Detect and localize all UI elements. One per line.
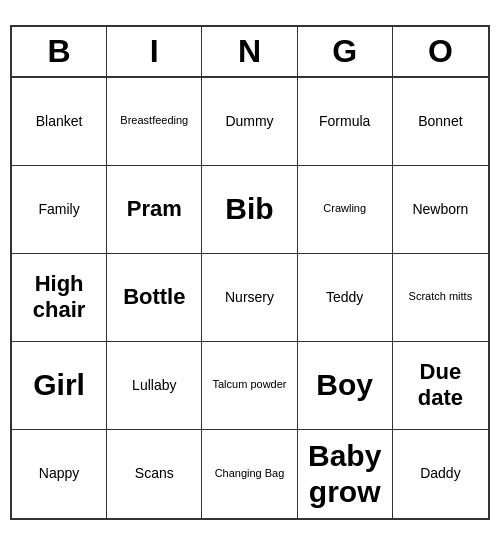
bingo-cell-10: High chair — [12, 254, 107, 342]
cell-text-15: Girl — [33, 367, 85, 403]
cell-text-20: Nappy — [39, 465, 79, 482]
cell-text-23: Baby grow — [302, 438, 388, 510]
cell-text-4: Bonnet — [418, 113, 462, 130]
bingo-grid: BlanketBreastfeedingDummyFormulaBonnetFa… — [12, 78, 488, 518]
cell-text-6: Pram — [127, 196, 182, 222]
cell-text-11: Bottle — [123, 284, 185, 310]
cell-text-0: Blanket — [36, 113, 83, 130]
bingo-cell-15: Girl — [12, 342, 107, 430]
bingo-cell-6: Pram — [107, 166, 202, 254]
cell-text-17: Talcum powder — [213, 378, 287, 391]
bingo-cell-19: Due date — [393, 342, 488, 430]
cell-text-9: Newborn — [412, 201, 468, 218]
header-letter-g: G — [298, 27, 393, 76]
bingo-cell-4: Bonnet — [393, 78, 488, 166]
cell-text-1: Breastfeeding — [120, 114, 188, 127]
bingo-card: BINGO BlanketBreastfeedingDummyFormulaBo… — [10, 25, 490, 520]
cell-text-7: Bib — [225, 191, 273, 227]
bingo-cell-7: Bib — [202, 166, 297, 254]
bingo-cell-13: Teddy — [298, 254, 393, 342]
header-letter-b: B — [12, 27, 107, 76]
cell-text-5: Family — [38, 201, 79, 218]
header-letter-i: I — [107, 27, 202, 76]
header-letter-o: O — [393, 27, 488, 76]
bingo-cell-3: Formula — [298, 78, 393, 166]
bingo-cell-20: Nappy — [12, 430, 107, 518]
bingo-cell-17: Talcum powder — [202, 342, 297, 430]
bingo-header: BINGO — [12, 27, 488, 78]
bingo-cell-22: Changing Bag — [202, 430, 297, 518]
bingo-cell-8: Crawling — [298, 166, 393, 254]
bingo-cell-5: Family — [12, 166, 107, 254]
bingo-cell-2: Dummy — [202, 78, 297, 166]
bingo-cell-1: Breastfeeding — [107, 78, 202, 166]
bingo-cell-23: Baby grow — [298, 430, 393, 518]
cell-text-14: Scratch mitts — [409, 290, 473, 303]
cell-text-8: Crawling — [323, 202, 366, 215]
header-letter-n: N — [202, 27, 297, 76]
bingo-cell-21: Scans — [107, 430, 202, 518]
cell-text-10: High chair — [16, 271, 102, 324]
cell-text-21: Scans — [135, 465, 174, 482]
cell-text-12: Nursery — [225, 289, 274, 306]
cell-text-13: Teddy — [326, 289, 363, 306]
cell-text-19: Due date — [397, 359, 484, 412]
bingo-cell-18: Boy — [298, 342, 393, 430]
bingo-cell-9: Newborn — [393, 166, 488, 254]
bingo-cell-11: Bottle — [107, 254, 202, 342]
bingo-cell-24: Daddy — [393, 430, 488, 518]
cell-text-22: Changing Bag — [215, 467, 285, 480]
cell-text-16: Lullaby — [132, 377, 176, 394]
cell-text-24: Daddy — [420, 465, 460, 482]
cell-text-2: Dummy — [225, 113, 273, 130]
bingo-cell-12: Nursery — [202, 254, 297, 342]
bingo-cell-16: Lullaby — [107, 342, 202, 430]
cell-text-3: Formula — [319, 113, 370, 130]
bingo-cell-0: Blanket — [12, 78, 107, 166]
bingo-cell-14: Scratch mitts — [393, 254, 488, 342]
cell-text-18: Boy — [316, 367, 373, 403]
